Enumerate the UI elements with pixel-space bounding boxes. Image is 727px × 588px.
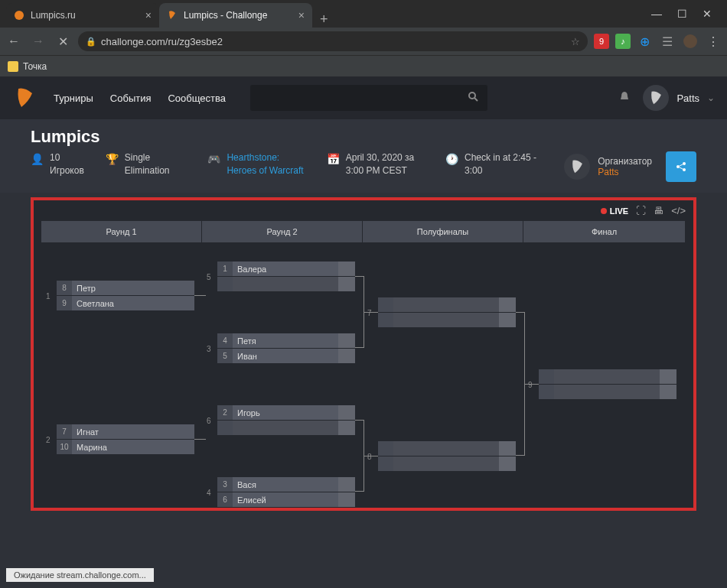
match-7[interactable]: 7 — [378, 297, 516, 328]
organizer-label: Организатор — [598, 156, 652, 167]
calendar-icon: 📅 — [327, 153, 340, 165]
site-header: Турниры События Сообщества Patts ⌄ — [0, 76, 727, 119]
meta-game[interactable]: 🎮 Hearthstone: Heroes of Warcraft — [207, 151, 305, 177]
round-header: Раунд 2 — [202, 221, 363, 242]
avatar — [643, 85, 669, 111]
round-header: Полуфиналы — [363, 221, 523, 242]
match-4[interactable]: 4 3Вася 6Елисей — [217, 477, 355, 508]
svg-point-6 — [683, 168, 686, 171]
match-9[interactable]: 9 — [539, 369, 676, 400]
forward-icon[interactable]: → — [29, 34, 47, 48]
browser-tab[interactable]: Lumpics.ru × — [6, 3, 159, 28]
bookmark-bar: Точка — [0, 55, 727, 76]
meta-format: 🏆 Single Elimination — [106, 151, 187, 177]
match-2[interactable]: 2 7Игнат 10Марина — [57, 424, 194, 455]
print-icon[interactable]: 🖶 — [654, 205, 663, 216]
chevron-down-icon: ⌄ — [707, 93, 715, 103]
meta-date: 📅 April 30, 2020 за 3:00 PM CEST — [327, 151, 424, 177]
close-icon[interactable]: × — [298, 9, 305, 21]
round-header: Раунд 1 — [41, 221, 202, 242]
bookmark-item[interactable]: Точка — [23, 61, 47, 72]
live-badge: LIVE — [601, 206, 628, 216]
tab-title: Lumpics - Challonge — [184, 10, 267, 21]
organizer-avatar — [564, 154, 590, 180]
browser-status: Ожидание stream.challonge.com... — [6, 568, 154, 582]
rounds-header: Раунд 1 Раунд 2 Полуфиналы Финал — [34, 221, 693, 242]
clock-icon: 🕐 — [445, 153, 458, 165]
close-window-icon[interactable]: ✕ — [703, 8, 712, 20]
organizer-name[interactable]: Patts — [598, 167, 652, 177]
challonge-logo[interactable] — [12, 86, 37, 110]
nav-tournaments[interactable]: Турниры — [54, 93, 93, 104]
stop-icon[interactable]: ✕ — [54, 34, 72, 49]
profile-icon[interactable] — [683, 34, 698, 49]
maximize-icon[interactable]: ☐ — [677, 8, 687, 20]
user-icon: 👤 — [31, 153, 44, 165]
new-tab-button[interactable]: + — [312, 11, 336, 28]
gamepad-icon: 🎮 — [207, 153, 220, 165]
browser-tab-active[interactable]: Lumpics - Challonge × — [159, 3, 312, 28]
nav-events[interactable]: События — [110, 93, 152, 104]
match-5[interactable]: 5 1Валера — [217, 262, 355, 292]
back-icon[interactable]: ← — [5, 34, 23, 48]
organizer-box: Организатор Patts — [564, 151, 696, 182]
user-menu[interactable]: Patts ⌄ — [643, 85, 715, 111]
favicon — [167, 10, 178, 21]
fullscreen-icon[interactable]: ⛶ — [636, 205, 646, 216]
url-input[interactable]: 🔒 challonge.com/ru/zg3esbe2 ☆ — [78, 31, 588, 51]
embed-icon[interactable]: </> — [671, 205, 686, 216]
bracket-body: 1 8Петр 9Светлана 2 7Игнат 10Марина 5 1В… — [34, 242, 693, 510]
username: Patts — [676, 93, 699, 104]
extension-icon[interactable]: 9 — [594, 34, 609, 49]
meta-players: 👤 10Игроков — [31, 151, 84, 177]
match-3[interactable]: 3 4Петя 5Иван — [217, 333, 355, 364]
reading-list-icon[interactable]: ☰ — [658, 34, 676, 49]
svg-line-3 — [474, 98, 478, 101]
match-8[interactable]: 8 — [378, 441, 516, 472]
window-controls: — ☐ ✕ — [651, 0, 727, 28]
star-icon[interactable]: ☆ — [571, 36, 580, 47]
svg-point-1 — [683, 34, 697, 48]
favicon — [14, 10, 24, 21]
svg-point-4 — [683, 162, 686, 165]
menu-icon[interactable]: ⋮ — [704, 34, 722, 49]
share-button[interactable] — [666, 151, 696, 182]
tab-title: Lumpics.ru — [31, 10, 76, 21]
tournament-info: Lumpics 👤 10Игроков 🏆 Single Elimination… — [0, 119, 727, 193]
match-1[interactable]: 1 8Петр 9Светлана — [57, 281, 194, 311]
minimize-icon[interactable]: — — [651, 8, 662, 20]
close-icon[interactable]: × — [145, 9, 152, 21]
extension-icon[interactable]: ⊕ — [637, 34, 652, 49]
notifications-icon[interactable] — [618, 90, 631, 106]
url-text: challonge.com/ru/zg3esbe2 — [101, 36, 223, 47]
lock-icon: 🔒 — [86, 37, 96, 47]
svg-point-0 — [15, 11, 24, 20]
svg-point-5 — [676, 165, 680, 168]
search-icon — [468, 91, 478, 105]
browser-titlebar: Lumpics.ru × Lumpics - Challonge × + — ☐… — [0, 0, 727, 28]
extension-icon[interactable]: ♪ — [615, 34, 631, 49]
search-input[interactable] — [250, 85, 487, 111]
bracket-container: LIVE ⛶ 🖶 </> Раунд 1 Раунд 2 Полуфиналы … — [31, 197, 696, 511]
nav-communities[interactable]: Сообщества — [168, 93, 226, 104]
trophy-icon: 🏆 — [106, 153, 119, 165]
address-bar: ← → ✕ 🔒 challonge.com/ru/zg3esbe2 ☆ 9 ♪ … — [0, 28, 727, 55]
svg-line-7 — [680, 164, 683, 166]
match-6[interactable]: 6 2Игорь — [217, 405, 355, 436]
svg-line-8 — [680, 167, 683, 169]
svg-point-2 — [469, 93, 475, 99]
round-header: Финал — [523, 221, 686, 242]
tournament-title: Lumpics — [31, 127, 696, 147]
meta-checkin: 🕐 Check in at 2:45 - 3:00 — [445, 151, 543, 177]
bookmark-folder-icon — [8, 61, 18, 72]
